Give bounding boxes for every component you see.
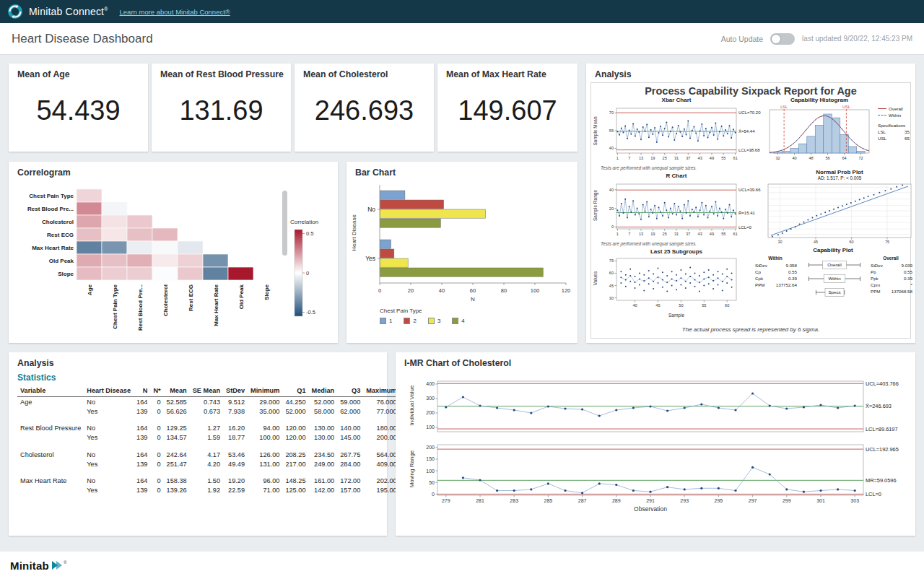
lsl-value: 35 [905,129,910,135]
auto-update-toggle[interactable] [770,33,795,45]
svg-text:0: 0 [432,492,435,497]
svg-text:1: 1 [616,232,619,236]
legend-label: Within [889,112,901,118]
auto-update-label: Auto Update [721,35,763,43]
svg-text:279: 279 [442,498,450,503]
svg-text:297: 297 [749,498,757,503]
capability-histogram-chart: 324048566472LSLUSL [758,104,876,165]
bar-chart-panel: Bar Chart Heart Disease 020406080100120N… [346,162,578,343]
table-row: Max Heart RateNo1640158.381.5019.2096.00… [17,469,400,486]
svg-text:291: 291 [646,498,655,503]
svg-text:0.55: 0.55 [904,269,913,274]
svg-text:64: 64 [842,156,846,160]
legend-item: 4 [452,318,464,324]
svg-text:300: 300 [426,396,435,401]
svg-text:100: 100 [426,469,435,474]
svg-text:60: 60 [609,271,614,275]
bar-legend: 1234 [380,318,465,324]
svg-text:137752.64: 137752.64 [776,282,798,287]
svg-text:45: 45 [655,303,660,308]
svg-text:MR=59.0596: MR=59.0596 [866,477,897,484]
svg-text:LSL: LSL [780,105,788,109]
svg-text:Old Peak: Old Peak [49,258,74,264]
correlogram-scrollbar[interactable] [282,191,287,256]
svg-text:43: 43 [698,232,702,236]
svg-text:31: 31 [674,232,679,236]
svg-text:60: 60 [470,287,476,294]
svg-text:75: 75 [609,258,614,263]
svg-text:Overall: Overall [883,256,899,261]
svg-text:60: 60 [850,240,854,244]
capability-histogram-title: Capability Histogram [770,97,869,103]
grouped-bar-chart: 020406080100120NoYes [346,179,578,295]
svg-text:303: 303 [850,498,859,503]
svg-text:Rest Blood Pre...: Rest Blood Pre... [27,206,74,212]
within-line-swatch [878,115,886,116]
svg-text:0: 0 [306,270,309,277]
svg-text:UCL=192.965: UCL=192.965 [866,446,899,453]
svg-text:0.5: 0.5 [306,230,313,237]
svg-text:150: 150 [426,456,435,461]
sixpack-report-title: Process Capability Sixpack Report for Ag… [586,85,915,97]
svg-text:13: 13 [639,156,643,160]
minitab-flag-icon [51,561,63,570]
svg-text:StDev: StDev [755,263,768,268]
svg-text:301: 301 [816,498,825,503]
last25-xlabel: Sample [616,313,736,318]
statistics-link[interactable]: Statistics [17,373,56,383]
svg-text:37: 37 [686,232,690,236]
kpi-card-max-heart-rate: Mean of Max Heart Rate 149.607 [437,64,578,152]
usl-label: USL [878,135,886,142]
minitab-footer-logo: Minitab [10,560,49,572]
svg-text:StDev: StDev [871,263,884,268]
svg-text:7: 7 [628,156,630,160]
panel-title: Analysis [595,69,632,79]
svg-text:Cholesterol: Cholesterol [162,284,169,316]
minitab-connect-logo-icon [7,4,23,19]
svg-text:293: 293 [680,498,689,503]
svg-text:31: 31 [674,156,679,160]
statistics-table: VariableHeart DiseaseNN*MeanSE MeanStDev… [17,387,400,495]
brand-title: Minitab Connect® [29,6,108,17]
legend-label: Overall [889,105,903,112]
svg-text:-0.5: -0.5 [306,309,315,315]
svg-text:56: 56 [825,156,829,160]
svg-text:50: 50 [679,303,683,308]
svg-text:30: 30 [609,296,614,300]
r-chart-title: R Chart [616,173,736,179]
footnote: Tests are performed with unequal sample … [601,241,697,246]
learn-more-link[interactable]: Learn more about Minitab Connect® [120,8,230,16]
svg-text:1: 1 [616,156,619,160]
svg-text:55: 55 [721,156,725,160]
histogram-legend: Overall Within Specifications LSL35 USL6… [878,105,914,142]
specifications-label: Specifications [878,122,914,129]
normal-prob-plot-chart: 30456075 [758,181,915,245]
legend-item: 2 [404,318,416,324]
svg-text:40: 40 [609,146,614,150]
svg-text:Ppk: Ppk [871,276,879,281]
svg-text:X̄=54.44: X̄=54.44 [738,129,755,134]
xbar-chart-title: Xbar Chart [616,97,736,103]
capability-plot: WithinStDev9.058Cp0.55Cpk0.39PPM137752.6… [751,253,915,317]
svg-text:49: 49 [710,156,714,160]
table-row: Yes1390251.474.2049.49131.00217.00249.00… [17,459,400,469]
legend-item: 3 [428,318,440,324]
svg-text:Overall: Overall [827,262,842,267]
svg-text:LCL=0: LCL=0 [866,491,881,497]
svg-text:No: No [367,206,375,213]
svg-text:45: 45 [609,284,614,288]
svg-text:100: 100 [531,287,540,294]
svg-text:32: 32 [775,156,780,160]
app-root: Minitab Connect® Learn more about Minita… [0,0,924,579]
svg-text:75: 75 [885,240,889,244]
table-row: AgeNo164052.5850.7439.51229.00044.25052.… [17,397,400,407]
normal-prob-plot-title: Normal Prob Plot [768,169,911,175]
table-row: Rest Blood PressureNo1640129.251.2716.20… [17,416,400,433]
last-updated-text: last updated 9/20/22, 12:45:23 PM [802,35,912,43]
sixpack-analysis-panel: Analysis Process Capability Sixpack Repo… [586,64,915,343]
svg-text:400: 400 [426,381,435,386]
svg-text:50: 50 [429,480,435,485]
kpi-card-rest-blood-pressure: Mean of Rest Blood Pressure 131.69 [152,64,291,152]
correlogram-panel: Correlogram Chest Pain TypeRest Blood Pr… [9,162,338,343]
svg-text:PPM: PPM [755,282,764,287]
